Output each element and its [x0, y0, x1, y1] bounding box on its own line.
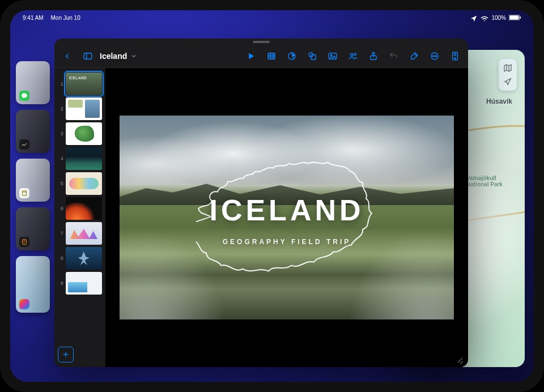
- slide-title[interactable]: ICELAND: [120, 193, 454, 227]
- ipad-screen: 9:41 AM Mon Jun 10 100% Húsavík Va: [10, 10, 534, 382]
- slide-navigator: 1 ICELAND 2 3 4: [54, 68, 105, 367]
- status-time: 9:41 AM: [23, 15, 44, 21]
- slide-number: 1: [58, 81, 63, 87]
- slide-thumb-7[interactable]: [66, 222, 102, 245]
- svg-rect-4: [84, 53, 92, 59]
- location-services-icon: [470, 15, 478, 20]
- location-arrow-icon[interactable]: [501, 75, 515, 88]
- svg-rect-1: [509, 15, 518, 20]
- side-app-calculator[interactable]: [16, 207, 50, 250]
- status-bar: 9:41 AM Mon Jun 10 100%: [10, 10, 534, 23]
- slide-subtitle[interactable]: GEOGRAPHY FIELD TRIP: [120, 238, 454, 246]
- slide-number: 8: [58, 255, 63, 261]
- svg-point-16: [434, 56, 435, 57]
- svg-point-10: [331, 54, 332, 56]
- insert-chart-button[interactable]: [282, 48, 301, 64]
- slide-number: 5: [58, 181, 63, 186]
- plus-icon: +: [63, 349, 69, 361]
- keynote-toolbar: Iceland: [54, 44, 468, 68]
- slide-number: 9: [58, 280, 63, 286]
- svg-rect-2: [520, 16, 521, 19]
- maps-city-label: Húsavík: [486, 97, 512, 105]
- document-title-chevron-icon[interactable]: [130, 53, 137, 59]
- window-resize-handle-icon[interactable]: [456, 355, 464, 363]
- message-icon: [19, 91, 29, 101]
- slide-thumb-4[interactable]: [66, 147, 102, 170]
- slide-thumb-5[interactable]: [66, 172, 102, 195]
- calculator-icon: [19, 237, 29, 247]
- slide-number: 2: [58, 106, 63, 112]
- play-button[interactable]: [241, 48, 261, 64]
- svg-rect-5: [268, 53, 275, 59]
- notes-icon: [19, 188, 29, 198]
- window-grab-handle-icon[interactable]: [253, 41, 270, 43]
- insert-media-button[interactable]: [323, 48, 342, 64]
- battery-pct: 100%: [491, 15, 506, 21]
- ipad-frame: 9:41 AM Mon Jun 10 100% Húsavík Va: [0, 0, 544, 392]
- slide-thumb-2[interactable]: [66, 97, 102, 120]
- maps-controls: [499, 59, 517, 91]
- collaborate-button[interactable]: [343, 48, 363, 64]
- slide-number: 7: [58, 231, 63, 236]
- slide-thumb-8[interactable]: [66, 247, 102, 270]
- sidebar-toggle-button[interactable]: [78, 48, 97, 64]
- svg-point-15: [432, 56, 434, 57]
- share-button[interactable]: [364, 48, 383, 64]
- keynote-app-window: Iceland: [54, 39, 468, 367]
- svg-point-19: [454, 57, 456, 58]
- document-title[interactable]: Iceland: [99, 52, 128, 61]
- photos-icon: [19, 299, 29, 309]
- stage-manager-strip: [16, 61, 50, 327]
- svg-point-12: [354, 53, 356, 55]
- side-app-messages[interactable]: [16, 61, 50, 104]
- status-date: Mon Jun 10: [50, 15, 80, 21]
- slide-thumb-9[interactable]: [66, 272, 102, 295]
- slide-thumb-1[interactable]: ICELAND: [66, 73, 102, 95]
- format-brush-button[interactable]: [405, 48, 424, 64]
- slide-number: 4: [58, 156, 63, 161]
- wifi-icon: [481, 15, 488, 20]
- insert-table-button[interactable]: [262, 48, 281, 64]
- slide-number: 3: [58, 131, 63, 137]
- svg-point-11: [351, 53, 354, 56]
- battery-icon: [509, 15, 521, 20]
- slide-thumb-6[interactable]: [66, 197, 102, 220]
- slide-content[interactable]: ICELAND GEOGRAPHY FIELD TRIP: [120, 116, 454, 319]
- maps-park-label: Vatnajökull National Park: [466, 176, 515, 188]
- map-mode-icon[interactable]: [501, 61, 515, 75]
- slide-number: 6: [58, 206, 63, 211]
- undo-button[interactable]: [384, 48, 403, 64]
- back-button[interactable]: [58, 48, 77, 64]
- side-app-photos[interactable]: [16, 256, 50, 313]
- svg-point-17: [436, 56, 437, 57]
- stocks-icon: [19, 139, 29, 150]
- side-app-notes[interactable]: [16, 159, 50, 202]
- side-app-stocks[interactable]: [16, 110, 50, 153]
- document-settings-button[interactable]: [445, 48, 465, 64]
- slide-thumb-3[interactable]: [66, 122, 102, 145]
- insert-shape-button[interactable]: [303, 48, 322, 64]
- slide-canvas[interactable]: ICELAND GEOGRAPHY FIELD TRIP: [105, 68, 468, 367]
- add-slide-button[interactable]: +: [58, 347, 74, 363]
- more-options-button[interactable]: [425, 48, 444, 64]
